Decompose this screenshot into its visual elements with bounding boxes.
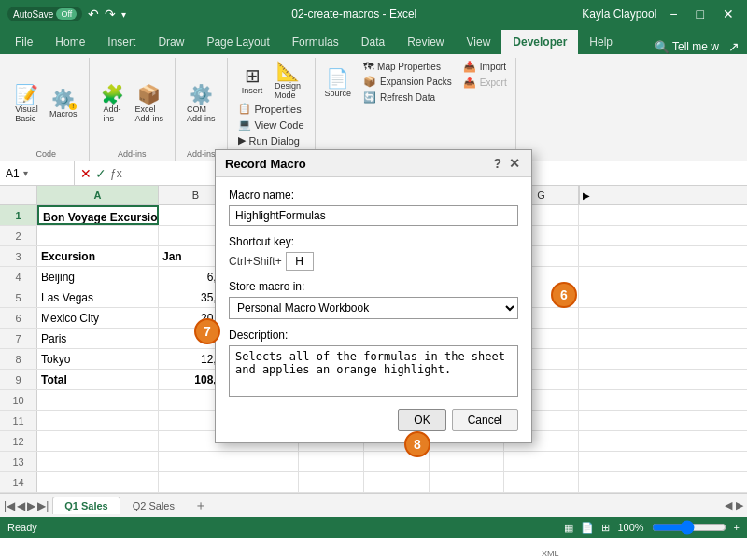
visual-basic-button[interactable]: 📝 VisualBasic bbox=[11, 83, 42, 125]
cell-a7[interactable]: Paris bbox=[37, 329, 159, 348]
zoom-slider[interactable] bbox=[652, 520, 726, 535]
ribbon-group-addins: 🧩 Add-ins 📦 ExcelAdd-ins Add-ins bbox=[90, 58, 176, 161]
run-dialog-button[interactable]: ▶ Run Dialog bbox=[235, 133, 307, 147]
com-addins-button[interactable]: ⚙️ COMAdd-ins bbox=[183, 83, 219, 125]
description-textarea[interactable]: Selects all of the formulas in the sheet… bbox=[229, 345, 518, 397]
cell-a5[interactable]: Las Vegas bbox=[37, 287, 159, 307]
expansion-packs-button[interactable]: 📦 Expansion Packs bbox=[360, 75, 455, 89]
tab-file[interactable]: File bbox=[4, 30, 44, 54]
cell-ref-dropdown[interactable]: ▾ bbox=[23, 168, 28, 178]
dialog-close-icon[interactable]: ✕ bbox=[507, 156, 522, 171]
refresh-data-icon: 🔄 bbox=[363, 91, 376, 104]
insert-icon: ⊞ bbox=[245, 66, 261, 85]
cell-a4[interactable]: Beijing bbox=[37, 267, 159, 287]
macros-button[interactable]: ⚙️ ! Macros bbox=[46, 88, 81, 120]
tab-pagelayout[interactable]: Page Layout bbox=[195, 30, 280, 54]
search-label[interactable]: Tell me w bbox=[672, 40, 719, 53]
macro-name-input[interactable] bbox=[229, 205, 518, 226]
cell-a2[interactable] bbox=[37, 226, 159, 245]
store-macro-select[interactable]: Personal Macro Workbook This Workbook Ne… bbox=[229, 297, 518, 319]
sheet-tab-q1sales[interactable]: Q1 Sales bbox=[52, 497, 120, 514]
source-button[interactable]: 📄 Source bbox=[321, 60, 356, 106]
design-mode-button[interactable]: 📐 DesignMode bbox=[271, 60, 304, 102]
cell-a8[interactable]: Tokyo bbox=[37, 349, 159, 369]
xml-source-container: 📄 Source bbox=[321, 60, 356, 106]
dialog-title-icons: ? ✕ bbox=[491, 156, 522, 171]
ribbon-group-com: ⚙️ COMAdd-ins Add-ins bbox=[176, 58, 228, 161]
tab-view[interactable]: View bbox=[456, 30, 502, 54]
row-num-13: 13 bbox=[0, 452, 37, 471]
close-button[interactable]: ✕ bbox=[717, 5, 740, 23]
tab-draw[interactable]: Draw bbox=[147, 30, 195, 54]
xml-label: XML bbox=[542, 549, 559, 560]
restore-button[interactable]: □ bbox=[691, 5, 710, 23]
insert-function-icon[interactable]: ƒx bbox=[110, 167, 122, 180]
first-sheet-btn[interactable]: |◀ bbox=[4, 499, 15, 512]
export-label: Export bbox=[480, 77, 507, 88]
title-bar: AutoSave Off ↶ ↷ ▾ 02-create-macros - Ex… bbox=[0, 0, 747, 28]
shortcut-key-input[interactable] bbox=[286, 252, 314, 271]
autosave-toggle[interactable]: AutoSave Off bbox=[7, 7, 82, 21]
desc-label: Description: bbox=[229, 329, 518, 342]
dialog-buttons: OK Cancel bbox=[229, 409, 518, 431]
refresh-data-button[interactable]: 🔄 Refresh Data bbox=[360, 91, 455, 105]
addins-button[interactable]: 🧩 Add-ins bbox=[97, 83, 128, 125]
row-num-14: 14 bbox=[0, 472, 37, 492]
export-button[interactable]: 📤 Export bbox=[460, 76, 510, 90]
normal-view-btn[interactable]: ▦ bbox=[564, 522, 573, 534]
redo-icon[interactable]: ↷ bbox=[105, 7, 116, 21]
tab-help[interactable]: Help bbox=[578, 30, 624, 54]
tab-insert[interactable]: Insert bbox=[96, 30, 147, 54]
next-sheet-btn[interactable]: ▶ bbox=[27, 499, 35, 512]
excel-addins-label: ExcelAdd-ins bbox=[135, 105, 164, 123]
status-bar: Ready ▦ 📄 ⊞ 100% + bbox=[0, 517, 747, 538]
tab-developer[interactable]: Developer bbox=[501, 28, 578, 54]
cancel-button[interactable]: Cancel bbox=[452, 409, 518, 431]
warn-badge: ! bbox=[69, 103, 77, 110]
tab-review[interactable]: Review bbox=[396, 30, 455, 54]
last-sheet-btn[interactable]: ▶| bbox=[37, 499, 49, 512]
add-sheet-button[interactable]: ＋ bbox=[187, 495, 215, 517]
shortcut-row: Ctrl+Shift+ bbox=[229, 252, 518, 271]
cell-a3[interactable]: Excursion bbox=[37, 246, 159, 266]
scroll-right[interactable]: ▶ bbox=[579, 186, 592, 204]
ok-button[interactable]: OK bbox=[398, 409, 445, 431]
addins-icon: 🧩 bbox=[101, 85, 124, 104]
custom-view-btn[interactable]: ⊞ bbox=[601, 522, 610, 534]
shortcut-prefix: Ctrl+Shift+ bbox=[229, 255, 282, 268]
row-num-2: 2 bbox=[0, 226, 37, 245]
zoom-in-btn[interactable]: + bbox=[734, 522, 740, 533]
sheet-tab-q2sales[interactable]: Q2 Sales bbox=[120, 497, 187, 514]
page-view-btn[interactable]: 📄 bbox=[581, 522, 594, 534]
cancel-edit-icon[interactable]: ✕ bbox=[80, 166, 92, 181]
tab-formulas[interactable]: Formulas bbox=[281, 30, 350, 54]
ribbon-content: 📝 VisualBasic ⚙️ ! Macros Code 🧩 Add-ins… bbox=[0, 54, 747, 161]
insert-control-button[interactable]: ⊞ Insert bbox=[237, 64, 267, 97]
view-code-button[interactable]: 💻 View Code bbox=[235, 118, 307, 132]
cell-a10[interactable] bbox=[37, 390, 159, 410]
prev-sheet-btn[interactable]: ◀ bbox=[17, 499, 25, 512]
minimize-button[interactable]: − bbox=[664, 5, 683, 23]
table-row: 14 bbox=[0, 472, 747, 493]
status-right: ▦ 📄 ⊞ 100% + bbox=[564, 520, 740, 535]
tab-home[interactable]: Home bbox=[44, 30, 96, 54]
cell-a9[interactable]: Total bbox=[37, 370, 159, 389]
tab-data[interactable]: Data bbox=[350, 30, 396, 54]
code-group-items: 📝 VisualBasic ⚙️ ! Macros bbox=[11, 60, 81, 147]
dialog-help-icon[interactable]: ? bbox=[491, 156, 503, 171]
com-group-label: Add-ins bbox=[187, 149, 216, 159]
col-header-a[interactable]: A bbox=[37, 186, 159, 204]
share-icon[interactable]: ↗ bbox=[728, 39, 740, 54]
undo-icon[interactable]: ↶ bbox=[88, 7, 99, 21]
confirm-edit-icon[interactable]: ✓ bbox=[95, 166, 106, 181]
properties-button[interactable]: 📋 Properties bbox=[235, 102, 307, 116]
excel-addins-button[interactable]: 📦 ExcelAdd-ins bbox=[132, 83, 168, 125]
properties-label: Properties bbox=[255, 104, 302, 115]
search-icon[interactable]: 🔍 bbox=[655, 40, 669, 54]
cell-reference-box[interactable]: A1 ▾ bbox=[0, 161, 75, 185]
cell-a1[interactable]: Bon Voyage Excursions bbox=[37, 205, 159, 225]
cell-a6[interactable]: Mexico City bbox=[37, 308, 159, 328]
map-properties-button[interactable]: 🗺 Map Properties bbox=[360, 60, 455, 73]
horizontal-scroll[interactable]: ◀▶ bbox=[725, 499, 743, 511]
import-button[interactable]: 📥 Import bbox=[460, 60, 510, 74]
